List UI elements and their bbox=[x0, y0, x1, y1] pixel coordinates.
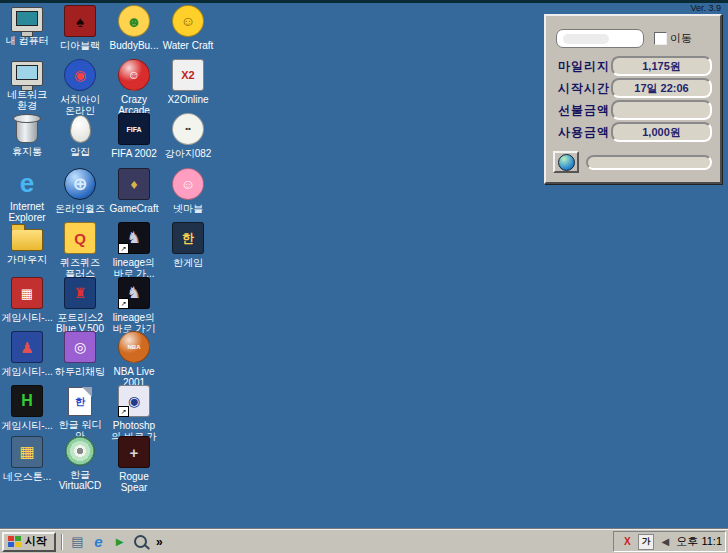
billing-id-input[interactable] bbox=[556, 29, 644, 48]
neostone-icon: ▦↗ bbox=[11, 436, 43, 468]
gamecity-icon-3: H↗ bbox=[11, 385, 43, 417]
desktop-icon-label: 가마우지 bbox=[1, 254, 53, 265]
crazy-arcade-icon[interactable]: ☺↗ Crazy Arcade bbox=[108, 59, 160, 116]
hangame-icon: 한↗ bbox=[172, 222, 204, 254]
billing-panel-bottom-row bbox=[553, 151, 712, 173]
network-neighborhood-icon[interactable]: ↗ 네트워크 환경 bbox=[1, 59, 53, 111]
haduri-chat-icon[interactable]: ◎↗ 하두리채팅 bbox=[54, 331, 106, 377]
desktop[interactable]: ↗ 내 컴퓨터 ↗ 네트워크 환경 ↗ 휴지통 e↗ Internet Expl… bbox=[0, 0, 728, 553]
x2online-icon[interactable]: X2↗ X2Online bbox=[162, 59, 214, 105]
desktop-icon-label: Internet Explorer bbox=[1, 201, 53, 223]
mileage-value: 1,175원 bbox=[611, 56, 712, 76]
diablack-icon: ♠↗ bbox=[64, 5, 96, 37]
fifa2002-icon[interactable]: FIFA↗ FIFA 2002 bbox=[108, 113, 160, 159]
globe-button[interactable] bbox=[553, 151, 579, 173]
desktop-icon-label: 네오스톤... bbox=[1, 471, 53, 482]
quicklaunch-overflow-chevron[interactable]: » bbox=[153, 535, 166, 549]
puppy082-icon[interactable]: ••↗ 강아지082 bbox=[162, 113, 214, 159]
desktop-icon-label: GameCraft bbox=[108, 203, 160, 214]
puppy082-icon: ••↗ bbox=[172, 113, 204, 145]
windows-logo-icon bbox=[8, 536, 21, 547]
shortcut-arrow-badge: ↗ bbox=[118, 298, 129, 309]
hangul-virtualcd-icon: ↗ bbox=[65, 436, 95, 466]
rogue-spear-icon[interactable]: +↗ Rogue Spear bbox=[108, 436, 160, 493]
globe-icon bbox=[558, 154, 575, 171]
water-craft-icon[interactable]: ☺↗ Water Craft bbox=[162, 5, 214, 51]
buddybuddy-icon: ☻↗ bbox=[118, 5, 150, 37]
ime-korean-icon[interactable]: 가 bbox=[638, 534, 654, 550]
gamauji-folder-icon[interactable]: ↗ 가마우지 bbox=[1, 222, 53, 265]
neostone-icon[interactable]: ▦↗ 네오스톤... bbox=[1, 436, 53, 482]
billing-panel: 이동 마일리지 1,175원 시작시간 17일 22:06 선불금액 사용금액 … bbox=[544, 14, 722, 184]
searcheye-online-icon[interactable]: ◉↗ 서치아이 온라인 bbox=[54, 59, 106, 116]
quick-launch-bar: ▤ e ▶ bbox=[68, 533, 150, 551]
billing-panel-top-row: 이동 bbox=[556, 29, 714, 48]
my-computer-icon: ↗ bbox=[11, 7, 43, 32]
photoshop-shortcut-icon: ◉↗ bbox=[118, 385, 150, 417]
hangame-icon[interactable]: 한↗ 한게임 bbox=[162, 222, 214, 268]
lineage-shortcut-icon-2: ♞↗ bbox=[118, 277, 150, 309]
quizquiz-plus-icon: Q↗ bbox=[64, 222, 96, 254]
gamecity-icon-3[interactable]: H↗ 게임시티-... bbox=[1, 385, 53, 431]
haduri-chat-icon: ◎↗ bbox=[64, 331, 96, 363]
diablack-icon[interactable]: ♠↗ 디아블랙 bbox=[54, 5, 106, 51]
desktop-icon-label: 알집 bbox=[54, 146, 106, 157]
onlineworlds-icon[interactable]: ⊕↗ 온라인월즈 bbox=[54, 168, 106, 214]
desktop-icon-label: 넷마블 bbox=[162, 203, 214, 214]
fortress2-icon[interactable]: ♜↗ 포트리스2 Blue V.500 bbox=[54, 277, 106, 334]
lineage-shortcut-icon-2[interactable]: ♞↗ lineage의 바로 가기 bbox=[108, 277, 160, 334]
desktop-icon-label: X2Online bbox=[162, 94, 214, 105]
alzip-icon: ↗ bbox=[70, 115, 91, 143]
gamecraft-icon[interactable]: ♦↗ GameCraft bbox=[108, 168, 160, 214]
start-time-value: 17일 22:06 bbox=[611, 78, 712, 98]
desktop-icon-label: FIFA 2002 bbox=[108, 148, 160, 159]
move-checkbox-label: 이동 bbox=[670, 31, 692, 46]
move-checkbox[interactable] bbox=[654, 32, 667, 45]
search-icon[interactable] bbox=[131, 533, 150, 551]
desktop-icon-label: 게임시티-... bbox=[1, 366, 53, 377]
volume-icon[interactable]: ◀ bbox=[658, 535, 672, 549]
quizquiz-plus-icon[interactable]: Q↗ 퀴즈퀴즈 플러스 bbox=[54, 222, 106, 279]
taskbar-clock: 오후 11:1 bbox=[676, 534, 722, 549]
onlineworlds-icon: ⊕↗ bbox=[64, 168, 96, 200]
internet-explorer-icon[interactable]: e↗ Internet Explorer bbox=[1, 168, 53, 223]
ie-quicklaunch-icon[interactable]: e bbox=[89, 533, 108, 551]
my-computer-icon[interactable]: ↗ 내 컴퓨터 bbox=[1, 5, 53, 46]
antivirus-tray-icon[interactable]: X bbox=[620, 535, 634, 549]
crazy-arcade-icon: ☺↗ bbox=[118, 59, 150, 91]
lineage-shortcut-icon-1: ♞↗ bbox=[118, 222, 150, 254]
show-desktop-icon[interactable]: ▤ bbox=[68, 533, 87, 551]
hangul-virtualcd-icon[interactable]: ↗ 한글 VirtualCD bbox=[54, 436, 106, 491]
internet-explorer-icon: e↗ bbox=[12, 168, 42, 198]
mileage-label: 마일리지 bbox=[558, 58, 610, 75]
recycle-bin-icon: ↗ bbox=[16, 118, 38, 143]
hangul-wordian-icon[interactable]: 한↗ 한글 워디안 bbox=[54, 385, 106, 441]
lineage-shortcut-icon-1[interactable]: ♞↗ lineage의 바로 가... bbox=[108, 222, 160, 279]
water-craft-icon: ☺↗ bbox=[172, 5, 204, 37]
system-tray: X 가 ◀ 오후 11:1 bbox=[613, 531, 726, 552]
start-time-label: 시작시간 bbox=[558, 80, 610, 97]
fortress2-icon: ♜↗ bbox=[64, 277, 96, 309]
shortcut-arrow-badge: ↗ bbox=[118, 243, 129, 254]
alzip-icon[interactable]: ↗ 알집 bbox=[54, 113, 106, 157]
desktop-icon-label: 온라인월즈 bbox=[54, 203, 106, 214]
desktop-icon-label: 퀴즈퀴즈 플러스 bbox=[54, 257, 106, 279]
recycle-bin-icon[interactable]: ↗ 휴지통 bbox=[1, 113, 53, 157]
gamauji-folder-icon: ↗ bbox=[11, 229, 43, 251]
x2online-icon: X2↗ bbox=[172, 59, 204, 91]
buddybuddy-icon[interactable]: ☻↗ BuddyBu... bbox=[108, 5, 160, 51]
billing-version-label: Ver. 3.9 bbox=[690, 3, 721, 13]
gamecity-icon-2[interactable]: ♟↗ 게임시티-... bbox=[1, 331, 53, 377]
media-player-icon[interactable]: ▶ bbox=[110, 533, 129, 551]
desktop-icon-label: 게임시티-... bbox=[1, 420, 53, 431]
gamecity-icon-1[interactable]: ▦↗ 게임시티-... bbox=[1, 277, 53, 323]
nba-live-2001-icon[interactable]: NBA↗ NBA Live 2001 bbox=[108, 331, 160, 388]
gamecraft-icon: ♦↗ bbox=[118, 168, 150, 200]
hangul-wordian-icon: 한↗ bbox=[68, 387, 92, 416]
taskbar: 시작 ▤ e ▶ » X 가 ◀ 오후 11:1 bbox=[0, 529, 728, 553]
gamecity-icon-2: ♟↗ bbox=[11, 331, 43, 363]
desktop-icon-label: 휴지통 bbox=[1, 146, 53, 157]
netmarble-icon[interactable]: ☺↗ 넷마블 bbox=[162, 168, 214, 214]
start-button[interactable]: 시작 bbox=[2, 532, 56, 552]
billing-row: 시작시간 17일 22:06 bbox=[546, 77, 720, 99]
